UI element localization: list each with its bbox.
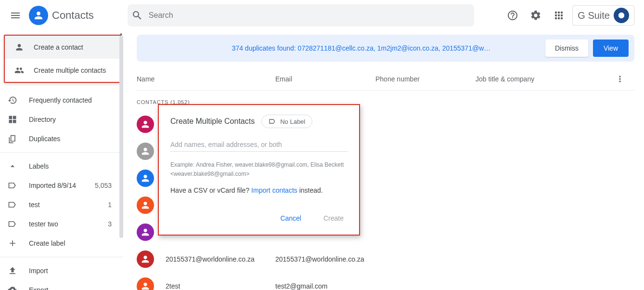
contact-avatar xyxy=(137,277,154,290)
people-add-icon xyxy=(14,66,24,75)
sidebar: ▴ Create a contact Create multiple conta… xyxy=(0,31,123,290)
contacts-logo xyxy=(29,6,48,25)
labels-header-text: Labels xyxy=(29,162,49,170)
import-contacts-link[interactable]: Import contacts xyxy=(251,186,297,194)
nav-directory[interactable]: Directory xyxy=(0,110,123,129)
header-actions: G Suite xyxy=(503,5,640,26)
nav-duplicates-label: Duplicates xyxy=(29,135,60,143)
col-job: Job title & company xyxy=(476,75,615,83)
upload-icon xyxy=(8,266,17,276)
contact-avatar xyxy=(137,143,154,160)
labels-header[interactable]: Labels xyxy=(0,157,123,176)
directory-icon xyxy=(8,115,17,124)
person-add-icon xyxy=(14,42,24,52)
label-name: tester two xyxy=(29,220,58,228)
create-contact-label: Create a contact xyxy=(34,43,83,51)
nav-directory-label: Directory xyxy=(29,116,56,123)
contact-avatar xyxy=(137,224,154,241)
label-icon xyxy=(8,181,17,190)
label-icon xyxy=(269,118,276,125)
search-icon xyxy=(131,10,143,21)
account-avatar[interactable] xyxy=(614,8,629,23)
apps-grid-icon xyxy=(553,10,565,21)
contact-row[interactable]: 2test test2@gmail.com xyxy=(137,273,634,290)
help-button[interactable] xyxy=(503,6,522,25)
scroll-up-arrow[interactable]: ▴ xyxy=(118,31,123,36)
cancel-button[interactable]: Cancel xyxy=(276,211,305,226)
names-input[interactable] xyxy=(170,138,348,152)
label-item-2[interactable]: tester two 3 xyxy=(0,214,123,234)
label-icon xyxy=(8,219,17,229)
gsuite-badge[interactable]: G Suite xyxy=(572,5,634,26)
create-label-button[interactable]: Create label xyxy=(0,234,123,253)
contact-name: 2test xyxy=(166,282,275,290)
divider xyxy=(0,152,123,153)
label-chip-text: No Label xyxy=(280,118,305,125)
cloud-upload-icon xyxy=(8,285,17,290)
create-multiple-item[interactable]: Create multiple contacts xyxy=(5,59,120,82)
search-input[interactable] xyxy=(149,11,470,20)
scrollbar-thumb[interactable] xyxy=(119,36,123,238)
create-contact-item[interactable]: Create a contact xyxy=(5,36,120,59)
label-item-1[interactable]: test 1 xyxy=(0,195,123,214)
column-headers: Name Email Phone number Job title & comp… xyxy=(137,67,634,91)
nav-import-label: Import xyxy=(29,267,48,275)
dismiss-button[interactable]: Dismiss xyxy=(545,40,588,57)
banner-text: 374 duplicates found: 0728271181@cellc.c… xyxy=(148,44,545,52)
col-phone: Phone number xyxy=(375,75,476,83)
chevron-up-icon xyxy=(8,161,17,171)
dialog-title: Create Multiple Contacts xyxy=(170,117,255,126)
label-count: 5,053 xyxy=(95,182,116,189)
csv-prefix: Have a CSV or vCard file? xyxy=(170,186,251,194)
main-menu-button[interactable] xyxy=(4,4,27,27)
hamburger-icon xyxy=(10,10,21,21)
gsuite-label: G Suite xyxy=(578,10,610,21)
contact-email: test2@gmail.com xyxy=(275,282,414,290)
sidebar-scrollbar[interactable]: ▴ xyxy=(118,31,123,290)
contact-avatar xyxy=(137,170,154,187)
list-settings-button[interactable] xyxy=(615,74,634,84)
main-content: 374 duplicates found: 0728271181@cellc.c… xyxy=(123,31,644,290)
create-multiple-label: Create multiple contacts xyxy=(34,66,106,74)
label-selector[interactable]: No Label xyxy=(261,115,312,128)
nav-frequently-label: Frequently contacted xyxy=(29,96,92,104)
create-contact-menu: Create a contact Create multiple contact… xyxy=(4,35,121,83)
create-multiple-dialog: Create Multiple Contacts No Label Exampl… xyxy=(158,104,360,236)
label-name: test xyxy=(29,201,40,209)
app-title: Contacts xyxy=(52,9,94,22)
view-button[interactable]: View xyxy=(593,40,629,57)
settings-button[interactable] xyxy=(526,6,545,25)
csv-suffix: instead. xyxy=(297,186,323,194)
contact-name: 20155371@worldonline.co.za xyxy=(166,255,275,263)
label-item-0[interactable]: Imported 8/9/14 5,053 xyxy=(0,176,123,195)
nav-import[interactable]: Import xyxy=(0,261,123,280)
label-icon xyxy=(8,200,17,210)
person-icon xyxy=(33,10,44,21)
col-email: Email xyxy=(275,75,375,83)
contact-row[interactable]: 20155371@worldonline.co.za 20155371@worl… xyxy=(137,246,634,273)
label-count: 3 xyxy=(108,220,116,228)
example-text: Example: Andrea Fisher, weaver.blake98@g… xyxy=(170,160,348,179)
col-name: Name xyxy=(137,75,275,83)
history-icon xyxy=(8,95,17,105)
nav-frequently-contacted[interactable]: Frequently contacted xyxy=(0,91,123,110)
nav-export[interactable]: Export xyxy=(0,280,123,290)
contact-avatar xyxy=(137,250,154,268)
label-name: Imported 8/9/14 xyxy=(29,182,76,189)
contact-avatar xyxy=(137,116,154,133)
nav-duplicates[interactable]: Duplicates xyxy=(0,129,123,148)
contact-email: 20155371@worldonline.co.za xyxy=(275,255,414,263)
duplicates-icon xyxy=(8,134,17,144)
apps-button[interactable] xyxy=(549,6,568,25)
app-header: Contacts G Suite xyxy=(0,0,644,31)
search-bar[interactable] xyxy=(128,4,474,26)
gear-icon xyxy=(530,10,541,21)
nav-export-label: Export xyxy=(29,286,48,290)
divider xyxy=(0,257,123,257)
more-vert-icon xyxy=(615,74,625,84)
duplicates-banner: 374 duplicates found: 0728271181@cellc.c… xyxy=(137,35,634,62)
create-button[interactable]: Create xyxy=(320,211,348,226)
label-count: 1 xyxy=(108,201,116,209)
contact-avatar xyxy=(137,197,154,214)
help-icon xyxy=(507,10,518,21)
